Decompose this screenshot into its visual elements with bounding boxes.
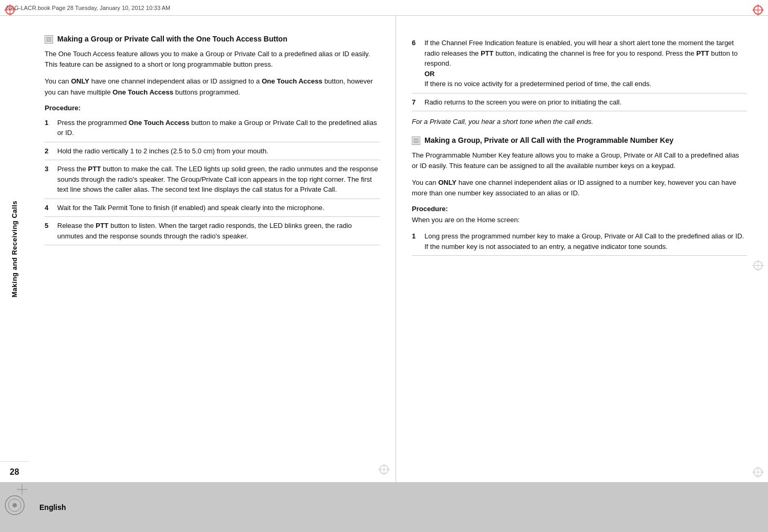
right-column: 6 If the Channel Free Indication feature… [396, 16, 768, 482]
intro-text-4: You can ONLY have one channel independen… [412, 178, 747, 199]
procedure-when: When you are on the Home screen: [412, 215, 747, 225]
section-heading-2: Making a Group, Private or All Call with… [412, 135, 747, 145]
step-item: 7 Radio returns to the screen you were o… [412, 93, 747, 112]
bold-only-1: ONLY [71, 77, 89, 85]
step-num: 7 [412, 97, 419, 108]
step-num: 5 [45, 221, 52, 241]
procedure-label-1: Procedure: [45, 104, 380, 112]
step-item: 6 If the Channel Free Indication feature… [412, 34, 747, 93]
step-text: Long press the programmed number key to … [424, 231, 747, 252]
svg-point-31 [13, 503, 17, 507]
step-list-3: 1 Long press the programmed number key t… [412, 227, 747, 256]
sidebar-label: Making and Receiving Calls [11, 201, 18, 297]
bottom-language: English [29, 503, 66, 512]
intro-text-2: You can ONLY have one channel independen… [45, 76, 380, 97]
step-text: Wait for the Talk Permit Tone to finish … [57, 203, 380, 213]
step-num: 1 [45, 118, 52, 138]
step-text: Radio returns to the screen you were on … [424, 97, 747, 108]
step-list-2: 6 If the Channel Free Indication feature… [412, 34, 747, 111]
step-item: 1 Long press the programmed number key t… [412, 227, 747, 256]
section-title-1: Making a Group or Private Call with the … [57, 34, 287, 44]
bold-ota-1: One Touch Access [262, 77, 323, 85]
intro-text-1: The One Touch Access feature allows you … [45, 49, 380, 70]
step-num: 2 [45, 146, 52, 157]
sidebar: Making and Receiving Calls [0, 16, 29, 482]
crosshair-bottom-left [17, 484, 27, 496]
step-text: Release the PTT button to listen. When t… [57, 221, 380, 241]
bottom-bar: English [0, 482, 768, 532]
step-num: 1 [412, 231, 419, 252]
step-item: 1 Press the programmed One Touch Access … [45, 114, 380, 142]
section-title-2: Making a Group, Private or All Call with… [424, 135, 673, 145]
header-bar: NAG-LACR.book Page 28 Tuesday, January 1… [0, 0, 768, 16]
procedure-label-2: Procedure: [412, 205, 747, 213]
section-icon-2 [412, 137, 420, 145]
step-text: If the Channel Free Indication feature i… [424, 38, 747, 89]
intro-text-3: The Programmable Number Key feature allo… [412, 150, 747, 171]
bold-only-2: ONLY [438, 179, 456, 186]
step-list-1: 1 Press the programmed One Touch Access … [45, 114, 380, 246]
main-content: Making a Group or Private Call with the … [29, 16, 768, 482]
step-num: 3 [45, 164, 52, 195]
disc-icon [4, 495, 25, 517]
step-text: Press the PTT button to make the call. T… [57, 164, 380, 195]
step-num: 4 [45, 203, 52, 213]
section-icon-1 [45, 35, 53, 44]
header-text: NAG-LACR.book Page 28 Tuesday, January 1… [6, 5, 170, 11]
step-item: 5 Release the PTT button to listen. When… [45, 217, 380, 245]
section-heading-1: Making a Group or Private Call with the … [45, 34, 380, 44]
step-num: 6 [412, 38, 419, 89]
step-item: 2 Hold the radio vertically 1 to 2 inche… [45, 142, 380, 161]
italic-note: For a Private Call, you hear a short ton… [412, 117, 747, 127]
step-item: 3 Press the PTT button to make the call.… [45, 160, 380, 199]
bold-ota-2: One Touch Access [112, 88, 173, 96]
page-number: 28 [0, 461, 29, 482]
left-column: Making a Group or Private Call with the … [29, 16, 396, 482]
step-item: 4 Wait for the Talk Permit Tone to finis… [45, 199, 380, 217]
step-text: Hold the radio vertically 1 to 2 inches … [57, 146, 380, 157]
step-text: Press the programmed One Touch Access bu… [57, 118, 380, 138]
